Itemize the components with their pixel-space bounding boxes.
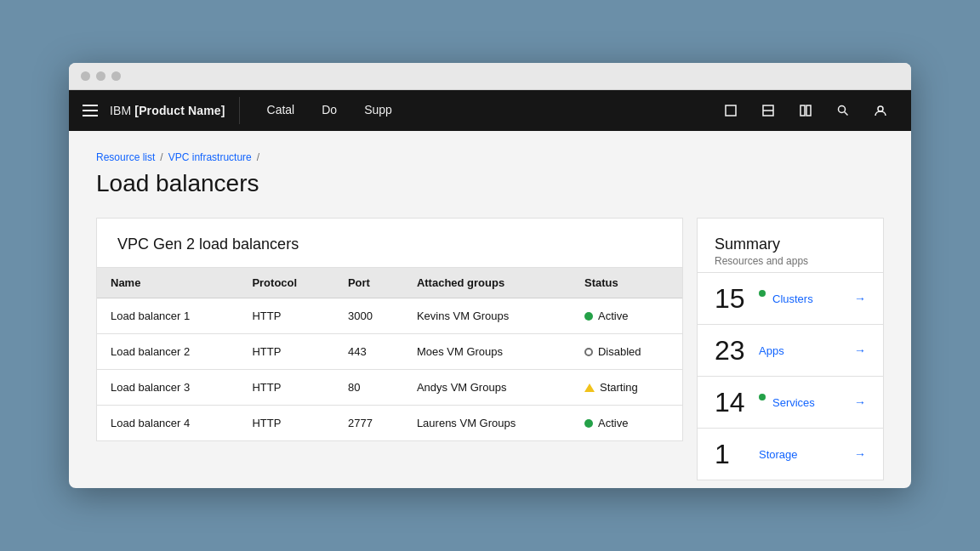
table-section-title: VPC Gen 2 load balancers xyxy=(97,219,682,268)
summary-arrow-storage[interactable]: → xyxy=(854,447,866,461)
breadcrumb-sep-1: / xyxy=(160,151,162,163)
svg-point-5 xyxy=(839,106,846,113)
col-status: Status xyxy=(571,268,682,298)
cell-port-1: 3000 xyxy=(334,298,403,334)
brand-name: IBM [Product Name] xyxy=(110,104,225,117)
cell-protocol-3: HTTP xyxy=(238,370,334,406)
summary-count-clusters: 15 xyxy=(715,285,752,312)
hamburger-menu-icon[interactable] xyxy=(83,105,98,116)
summary-title: Summary xyxy=(715,236,866,253)
breadcrumb-sep-2: / xyxy=(257,151,259,163)
nav-icon-layout2[interactable] xyxy=(751,90,785,131)
cell-name-1: Load balancer 1 xyxy=(97,298,238,334)
cell-groups-2: Moes VM Groups xyxy=(403,334,571,370)
summary-sidebar: Summary Resources and apps 15 Clusters → xyxy=(697,218,884,480)
nav-links: Catal Do Supp xyxy=(254,90,714,131)
table-row[interactable]: Load balancer 4 HTTP 2777 Laurens VM Gro… xyxy=(97,406,682,441)
load-balancers-table: Name Protocol Port Attached groups Statu… xyxy=(97,268,682,440)
table-header: Name Protocol Port Attached groups Statu… xyxy=(97,268,682,298)
status-text-1: Active xyxy=(598,310,628,322)
summary-link-storage[interactable]: Storage xyxy=(759,448,847,461)
content-layer: Resource list / VPC infrastructure / Loa… xyxy=(69,131,911,480)
page-title: Load balancers xyxy=(96,170,884,197)
cell-status-4: Active xyxy=(571,406,682,441)
summary-count-services: 14 xyxy=(715,389,752,416)
cell-name-2: Load balancer 2 xyxy=(97,334,238,370)
svg-rect-4 xyxy=(806,105,811,116)
summary-link-clusters[interactable]: Clusters xyxy=(772,293,847,305)
main-layout: VPC Gen 2 load balancers Name Protocol P… xyxy=(96,218,884,480)
page-wrapper: Resource list / VPC infrastructure / Loa… xyxy=(69,131,911,480)
summary-item-clusters[interactable]: 15 Clusters → xyxy=(698,272,883,324)
col-protocol: Protocol xyxy=(238,268,334,298)
status-triangle-warning xyxy=(584,383,595,392)
cell-name-3: Load balancer 3 xyxy=(97,370,238,406)
browser-dot-yellow xyxy=(96,71,105,81)
table-row[interactable]: Load balancer 3 HTTP 80 Andys VM Groups … xyxy=(97,370,682,406)
status-text-3: Starting xyxy=(600,381,638,394)
cell-status-1: Active xyxy=(571,298,682,334)
table-body: Load balancer 1 HTTP 3000 Kevins VM Grou… xyxy=(97,298,682,441)
table-row[interactable]: Load balancer 2 HTTP 443 Moes VM Groups … xyxy=(97,334,682,370)
search-icon[interactable] xyxy=(826,90,860,131)
summary-arrow-apps[interactable]: → xyxy=(854,344,866,357)
summary-dot-services xyxy=(759,394,766,400)
nav-link-docs[interactable]: Do xyxy=(308,90,350,131)
summary-item-services[interactable]: 14 Services → xyxy=(698,376,883,428)
status-text-2: Disabled xyxy=(598,345,641,358)
status-dot-green-4 xyxy=(584,419,593,428)
table-row[interactable]: Load balancer 1 HTTP 3000 Kevins VM Grou… xyxy=(97,298,682,334)
summary-dot-clusters xyxy=(759,290,766,297)
browser-dot-green xyxy=(111,71,121,81)
page-content: Resource list / VPC infrastructure / Loa… xyxy=(69,131,911,480)
cell-protocol-1: HTTP xyxy=(238,298,334,334)
status-text-4: Active xyxy=(598,417,628,429)
summary-subtitle: Resources and apps xyxy=(715,255,866,267)
table-section: VPC Gen 2 load balancers Name Protocol P… xyxy=(96,218,683,441)
summary-link-apps[interactable]: Apps xyxy=(759,344,847,357)
cell-name-4: Load balancer 4 xyxy=(97,406,238,441)
col-groups: Attached groups xyxy=(403,268,571,298)
summary-arrow-services[interactable]: → xyxy=(854,395,866,409)
summary-item-apps[interactable]: 23 Apps → xyxy=(698,324,883,376)
svg-rect-0 xyxy=(726,105,736,116)
cell-groups-4: Laurens VM Groups xyxy=(403,406,571,441)
breadcrumb-resource-list[interactable]: Resource list xyxy=(96,151,155,163)
brand-product: [Product Name] xyxy=(134,104,225,117)
col-name: Name xyxy=(97,268,238,298)
status-badge-starting-3: Starting xyxy=(584,381,669,394)
cell-status-3: Starting xyxy=(571,370,682,406)
nav-actions xyxy=(714,90,897,131)
cell-status-2: Disabled xyxy=(571,334,682,370)
nav-icon-layout3[interactable] xyxy=(789,90,823,131)
nav-divider xyxy=(239,97,240,124)
status-badge-active-4: Active xyxy=(584,417,669,429)
top-nav: IBM [Product Name] Catal Do Supp xyxy=(69,90,911,131)
status-dot-green xyxy=(584,312,593,321)
col-port: Port xyxy=(334,268,403,298)
status-badge-active-1: Active xyxy=(584,310,669,322)
summary-arrow-clusters[interactable]: → xyxy=(854,292,866,305)
svg-line-6 xyxy=(845,112,848,116)
summary-link-services[interactable]: Services xyxy=(772,396,847,409)
brand-ibm: IBM xyxy=(110,104,134,117)
cell-protocol-2: HTTP xyxy=(238,334,334,370)
browser-chrome xyxy=(69,63,911,90)
cell-port-4: 2777 xyxy=(334,406,403,441)
svg-rect-3 xyxy=(801,105,805,116)
nav-link-catalog[interactable]: Catal xyxy=(254,90,309,131)
summary-header: Summary Resources and apps xyxy=(698,219,883,272)
cell-port-2: 443 xyxy=(334,334,403,370)
cell-port-3: 80 xyxy=(334,370,403,406)
nav-icon-layout1[interactable] xyxy=(714,90,748,131)
cell-protocol-4: HTTP xyxy=(238,406,334,441)
summary-item-storage[interactable]: 1 Storage → xyxy=(698,428,883,480)
status-badge-disabled-2: Disabled xyxy=(584,345,669,358)
summary-count-storage: 1 xyxy=(715,440,752,468)
nav-link-support[interactable]: Supp xyxy=(350,90,406,131)
status-dot-gray xyxy=(584,348,593,356)
breadcrumb-vpc[interactable]: VPC infrastructure xyxy=(168,151,252,163)
breadcrumb: Resource list / VPC infrastructure / xyxy=(96,151,884,163)
user-icon[interactable] xyxy=(863,90,897,131)
browser-dot-red xyxy=(81,71,90,81)
